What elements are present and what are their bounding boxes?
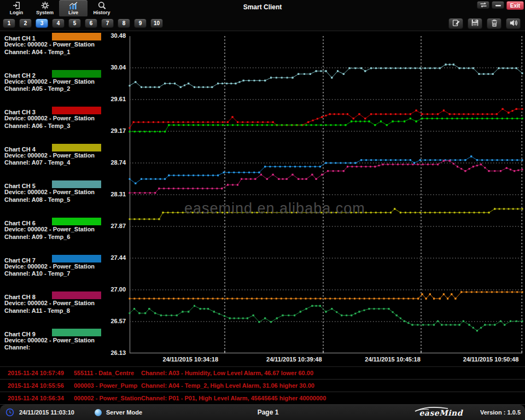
nav-system[interactable]: System bbox=[31, 0, 59, 17]
channel-channel: Channel: A09 - Temp_6 bbox=[4, 234, 124, 241]
alarm-device: 555111 - Data_Centre bbox=[74, 367, 134, 379]
alarm-row[interactable]: 2015-11-24 10:55:56000003 - Power_PumpCh… bbox=[0, 380, 525, 392]
channel-name: Chart CH 9 bbox=[4, 331, 36, 337]
alarm-time: 2015-11-24 10:56:34 bbox=[8, 392, 64, 404]
nav-login[interactable]: Login bbox=[2, 0, 31, 17]
delete-icon bbox=[491, 19, 498, 29]
channel-color-swatch bbox=[52, 255, 101, 262]
page-button-7[interactable]: 7 bbox=[101, 19, 114, 28]
window-buttons: Exit bbox=[477, 1, 524, 10]
page-indicator: Page 1 bbox=[235, 405, 301, 420]
main-nav: LoginSystemLiveHistory bbox=[2, 0, 116, 16]
y-tick-label: 26.57 bbox=[103, 318, 126, 324]
channel-item-6[interactable]: Chart CH 6Device: 000002 - Power_Station… bbox=[4, 218, 124, 241]
y-tick-label: 30.04 bbox=[103, 64, 126, 71]
channel-color-swatch bbox=[52, 33, 101, 40]
server-mode-label: Server Mode bbox=[106, 405, 142, 420]
x-tick-label: 24/11/2015 10:39:48 bbox=[266, 356, 322, 363]
page-button-10[interactable]: 10 bbox=[150, 19, 163, 28]
page-buttons: 12345678910 bbox=[3, 19, 163, 28]
channel-color-swatch bbox=[52, 218, 101, 225]
nav-label: System bbox=[36, 10, 54, 15]
channel-name: Chart CH 7 bbox=[4, 257, 36, 264]
x-tick-label: 24/11/2015 10:34:18 bbox=[163, 356, 219, 363]
channel-name: Chart CH 5 bbox=[4, 183, 36, 189]
channel-device: Device: 000002 - Power_Station bbox=[4, 78, 124, 86]
channel-item-3[interactable]: Chart CH 3Device: 000002 - Power_Station… bbox=[4, 107, 124, 130]
channel-color-swatch bbox=[52, 70, 101, 78]
channel-device: Device: 000002 - Power_Station bbox=[4, 41, 124, 49]
server-mode-icon bbox=[95, 409, 102, 416]
channel-item-9[interactable]: Chart CH 9Device: 000002 - Power_Station… bbox=[4, 329, 124, 352]
page-button-1[interactable]: 1 bbox=[3, 19, 15, 28]
page-button-6[interactable]: 6 bbox=[85, 19, 97, 28]
x-tick-label: 24/11/2015 10:50:48 bbox=[463, 356, 519, 363]
edit-button[interactable] bbox=[448, 18, 463, 29]
logo-swoosh-icon bbox=[415, 406, 450, 412]
page-button-3[interactable]: 3 bbox=[36, 19, 48, 28]
page-button-8[interactable]: 8 bbox=[118, 19, 130, 28]
page-button-4[interactable]: 4 bbox=[52, 19, 65, 28]
channel-channel: Channel: A04 - Temp_1 bbox=[4, 49, 124, 56]
statusbar: 24/11/2015 11:03:10 Server Mode Page 1 e… bbox=[0, 405, 525, 420]
channel-name: Chart CH 8 bbox=[4, 294, 36, 300]
page-button-5[interactable]: 5 bbox=[68, 19, 81, 28]
y-tick-label: 28.74 bbox=[103, 159, 126, 166]
channel-name: Chart CH 1 bbox=[4, 35, 36, 42]
channel-device: Device: 000002 - Power_Station bbox=[4, 115, 124, 122]
sound-icon bbox=[509, 19, 518, 29]
alarm-time: 2015-11-24 10:55:56 bbox=[8, 380, 64, 392]
nav-label: Login bbox=[10, 10, 24, 15]
channel-channel: Channel: A11 - Temp_8 bbox=[4, 307, 124, 315]
edit-icon bbox=[452, 19, 460, 28]
chart-plot[interactable] bbox=[130, 36, 522, 353]
nav-live[interactable]: Live bbox=[59, 0, 88, 17]
alarm-row[interactable]: 2015-11-24 10:56:34000002 - Power_Statio… bbox=[0, 392, 525, 405]
channel-name: Chart CH 4 bbox=[4, 146, 36, 153]
live-icon bbox=[68, 1, 78, 10]
nav-label: History bbox=[93, 10, 110, 15]
channel-item-8[interactable]: Chart CH 8Device: 000002 - Power_Station… bbox=[4, 291, 124, 314]
page-button-2[interactable]: 2 bbox=[19, 19, 32, 28]
y-tick-label: 29.17 bbox=[103, 127, 126, 134]
channel-color-swatch bbox=[52, 144, 101, 151]
y-tick-label: 27.44 bbox=[103, 254, 126, 261]
channel-device: Device: 000002 - Power_Station bbox=[4, 300, 124, 307]
save-button[interactable] bbox=[468, 18, 482, 29]
exit-button[interactable]: Exit bbox=[506, 1, 524, 10]
status-datetime: 24/11/2015 11:03:10 bbox=[19, 405, 74, 420]
page-button-9[interactable]: 9 bbox=[134, 19, 147, 28]
channel-color-swatch bbox=[52, 329, 101, 336]
titlebar: LoginSystemLiveHistory Smart Client Exit bbox=[0, 0, 525, 16]
restore-button[interactable] bbox=[477, 1, 489, 9]
channel-channel: Channel: A05 - Temp_2 bbox=[4, 85, 124, 93]
y-tick-label: 27.00 bbox=[103, 286, 126, 293]
nav-label: Live bbox=[68, 10, 78, 15]
delete-button[interactable] bbox=[487, 18, 501, 29]
nav-history[interactable]: History bbox=[88, 0, 116, 17]
sound-button[interactable] bbox=[506, 18, 521, 29]
alarm-message: Channel: P01 - P01, High Level Alarm, 45… bbox=[141, 392, 326, 404]
version-label: Version : 1.0.5 bbox=[480, 405, 521, 420]
channel-device: Device: 000002 - Power_Station bbox=[4, 263, 124, 271]
channel-channel: Channel: A10 - Temp_7 bbox=[4, 270, 124, 278]
channel-device: Device: 000002 - Power_Station bbox=[4, 337, 124, 345]
y-tick-label: 29.61 bbox=[103, 96, 126, 102]
history-icon bbox=[97, 1, 107, 10]
alarm-row[interactable]: 2015-11-24 10:57:49555111 - Data_CentreC… bbox=[0, 367, 525, 380]
restore-icon bbox=[480, 1, 487, 9]
alarm-device: 000003 - Power_Pump bbox=[74, 380, 137, 392]
y-tick-label: 30.48 bbox=[103, 32, 126, 39]
channel-color-swatch bbox=[52, 180, 101, 188]
channel-item-2[interactable]: Chart CH 2Device: 000002 - Power_Station… bbox=[4, 70, 124, 93]
y-tick-label: 27.87 bbox=[103, 223, 126, 229]
toolbar-icons bbox=[448, 18, 521, 29]
alarm-list: 2015-11-24 10:57:49555111 - Data_CentreC… bbox=[0, 366, 525, 405]
system-icon bbox=[40, 1, 50, 10]
alarm-message: Channel: A04 - Temp_2, High Level Alarm,… bbox=[141, 380, 314, 392]
login-icon bbox=[12, 1, 21, 10]
y-tick-label: 26.13 bbox=[103, 349, 126, 356]
channel-color-swatch bbox=[52, 291, 101, 299]
minimize-button[interactable] bbox=[492, 1, 504, 9]
alarm-device: 000002 - Power_Station bbox=[74, 392, 141, 404]
